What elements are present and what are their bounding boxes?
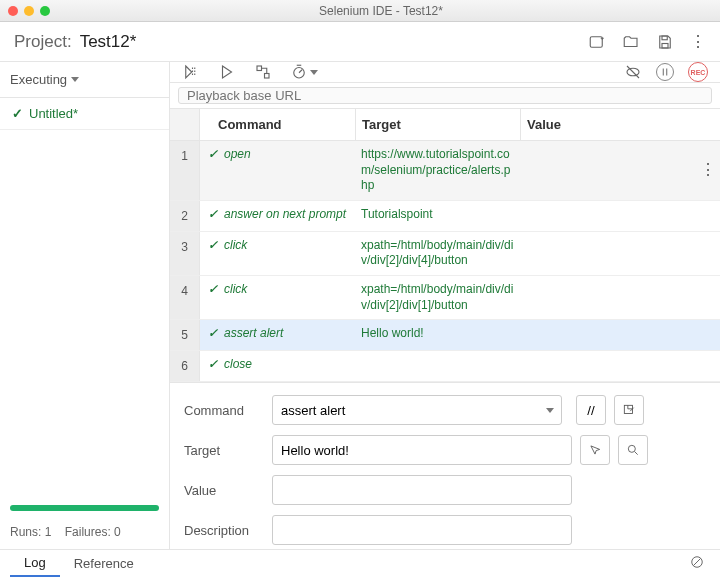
- pause-icon[interactable]: [656, 63, 674, 81]
- target-text: xpath=/html/body/main/div/div/div[2]/div…: [355, 232, 520, 275]
- command-text: close: [224, 357, 252, 371]
- ed-description-label: Description: [184, 523, 264, 538]
- sidebar-item-label: Untitled*: [29, 106, 78, 121]
- ed-value-label: Value: [184, 483, 264, 498]
- new-project-icon[interactable]: [588, 33, 606, 51]
- maximize-window-icon[interactable]: [40, 6, 50, 16]
- table-row[interactable]: 2 ✓answer on next prompt Tutorialspoint: [170, 201, 720, 232]
- check-icon: ✓: [208, 238, 218, 252]
- ed-command-label: Command: [184, 403, 264, 418]
- svg-rect-1: [662, 36, 667, 40]
- command-text: answer on next prompt: [224, 207, 346, 221]
- table-row[interactable]: 4 ✓click xpath=/html/body/main/div/div/d…: [170, 276, 720, 320]
- sidebar-item-test[interactable]: ✓ Untitled*: [0, 98, 169, 130]
- value-text: [520, 276, 696, 319]
- command-input[interactable]: [272, 395, 562, 425]
- run-all-icon[interactable]: [182, 63, 200, 81]
- check-icon: ✓: [208, 147, 218, 161]
- check-icon: ✓: [208, 207, 218, 221]
- toggle-disable-button[interactable]: //: [576, 395, 606, 425]
- value-text: [520, 201, 696, 231]
- runs-count: 1: [45, 525, 52, 539]
- disable-breakpoints-icon[interactable]: [624, 63, 642, 81]
- th-value: Value: [520, 109, 696, 140]
- more-menu-icon[interactable]: ⋮: [690, 34, 706, 50]
- row-number: 2: [170, 201, 200, 231]
- select-target-button[interactable]: [580, 435, 610, 465]
- sidebar: Executing ✓ Untitled* Runs: 1 Failures: …: [0, 62, 170, 549]
- table-row[interactable]: 3 ✓click xpath=/html/body/main/div/div/d…: [170, 232, 720, 276]
- project-label: Project:: [14, 32, 72, 52]
- row-number: 3: [170, 232, 200, 275]
- command-text: open: [224, 147, 251, 161]
- find-target-button[interactable]: [618, 435, 648, 465]
- open-project-icon[interactable]: [622, 33, 640, 51]
- target-text: [355, 351, 520, 381]
- window-title: Selenium IDE - Test12*: [50, 4, 712, 18]
- svg-rect-3: [257, 66, 262, 71]
- check-icon: ✓: [208, 357, 218, 371]
- target-text: Tutorialspoint: [355, 201, 520, 231]
- chevron-down-icon: [71, 77, 79, 82]
- tab-log[interactable]: Log: [10, 550, 60, 577]
- target-input[interactable]: [272, 435, 572, 465]
- save-project-icon[interactable]: [656, 33, 674, 51]
- target-text: Hello world!: [355, 320, 520, 350]
- record-button[interactable]: REC: [688, 62, 708, 82]
- check-icon: ✓: [208, 326, 218, 340]
- th-command: Command: [200, 109, 355, 140]
- row-number: 6: [170, 351, 200, 381]
- value-text: [520, 232, 696, 275]
- step-icon[interactable]: [254, 63, 272, 81]
- check-icon: ✓: [12, 106, 23, 121]
- project-header: Project: Test12* ⋮: [0, 22, 720, 62]
- th-target: Target: [355, 109, 520, 140]
- minimize-window-icon[interactable]: [24, 6, 34, 16]
- value-input[interactable]: [272, 475, 572, 505]
- row-number: 1: [170, 141, 200, 200]
- table-row[interactable]: 5 ✓assert alert Hello world!: [170, 320, 720, 351]
- svg-point-8: [628, 445, 635, 452]
- runs-label: Runs:: [10, 525, 41, 539]
- value-text: [520, 141, 696, 200]
- row-number: 5: [170, 320, 200, 350]
- value-text: [520, 351, 696, 381]
- value-text: [520, 320, 696, 350]
- svg-rect-7: [624, 405, 632, 413]
- test-suite-dropdown[interactable]: Executing: [0, 62, 169, 98]
- command-table: 1 ✓open https://www.tutorialspoint.com/s…: [170, 141, 720, 382]
- failures-count: 0: [114, 525, 121, 539]
- clear-log-icon[interactable]: [690, 555, 704, 572]
- command-editor: Command // Target Value Description: [170, 382, 720, 549]
- row-number: 4: [170, 276, 200, 319]
- playback-url-input[interactable]: [178, 87, 712, 104]
- svg-rect-0: [590, 36, 602, 47]
- close-window-icon[interactable]: [8, 6, 18, 16]
- run-stats: Runs: 1 Failures: 0: [0, 519, 169, 549]
- run-current-icon[interactable]: [218, 63, 236, 81]
- progress-bar: [10, 505, 159, 511]
- check-icon: ✓: [208, 282, 218, 296]
- command-text: assert alert: [224, 326, 283, 340]
- titlebar: Selenium IDE - Test12*: [0, 0, 720, 22]
- bottom-tabs: Log Reference: [0, 549, 720, 577]
- open-new-window-button[interactable]: [614, 395, 644, 425]
- chevron-down-icon: [310, 70, 318, 75]
- description-input[interactable]: [272, 515, 572, 545]
- speed-icon[interactable]: [290, 63, 318, 81]
- table-header: Command Target Value: [170, 109, 720, 141]
- window-controls: [8, 6, 50, 16]
- main-panel: REC Command Target Value 1 ✓open https:/…: [170, 62, 720, 549]
- failures-label: Failures:: [65, 525, 111, 539]
- test-suite-label: Executing: [10, 72, 67, 87]
- ed-target-label: Target: [184, 443, 264, 458]
- toolbar: REC: [170, 62, 720, 83]
- table-row[interactable]: 1 ✓open https://www.tutorialspoint.com/s…: [170, 141, 720, 201]
- row-more-icon[interactable]: ⋮: [700, 162, 716, 178]
- tab-reference[interactable]: Reference: [60, 550, 148, 577]
- svg-rect-2: [662, 43, 668, 48]
- command-text: click: [224, 282, 247, 296]
- table-row[interactable]: 6 ✓close: [170, 351, 720, 382]
- command-text: click: [224, 238, 247, 252]
- chevron-down-icon[interactable]: [546, 408, 554, 413]
